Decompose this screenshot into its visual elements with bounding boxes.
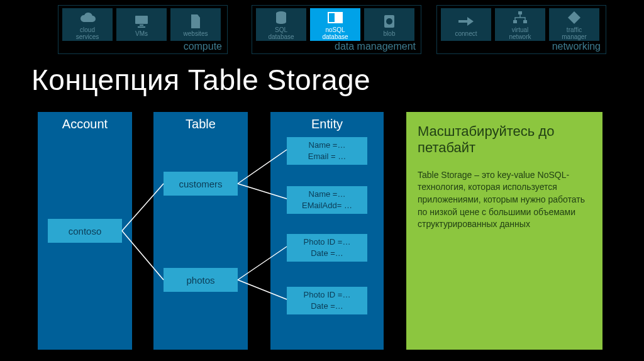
top-nav: cloud services VMs websites compute SQL … — [0, 5, 644, 55]
group-label-networking: networking — [552, 41, 601, 52]
node-account: contoso — [48, 219, 122, 243]
entity-box-3: Photo ID =… Date =… — [287, 234, 367, 262]
svg-rect-9 — [513, 20, 517, 23]
entity-box-4: Photo ID =… Date =… — [287, 287, 367, 314]
group-label-compute: compute — [184, 41, 222, 52]
column-header-account: Account — [38, 112, 132, 140]
entity-line: Photo ID =… — [287, 236, 367, 248]
svg-rect-5 — [329, 13, 335, 22]
page-title: Концепция Table Storage — [31, 63, 370, 97]
tile-label: connect — [455, 30, 477, 37]
monitor-icon — [135, 14, 148, 29]
nav-group-compute: cloud services VMs websites compute — [58, 5, 228, 54]
disk-icon — [383, 14, 396, 29]
info-panel: Масштабируйтесь до петабайт Table Storag… — [406, 112, 602, 350]
table-icon — [328, 10, 343, 25]
tile-label: virtual network — [509, 26, 531, 40]
svg-rect-10 — [523, 20, 527, 23]
document-icon — [190, 14, 201, 29]
nav-group-data: SQL database noSQL database blob data ma… — [252, 5, 421, 54]
entity-line: Email = … — [287, 151, 367, 162]
column-entity: Entity Name =… Email = … Name =… EMailAd… — [270, 112, 384, 350]
cloud-icon — [79, 10, 96, 25]
tile-label: noSQL database — [322, 26, 348, 40]
tile-cloud-services[interactable]: cloud services — [62, 8, 113, 41]
tile-websites[interactable]: websites — [170, 8, 221, 41]
column-header-table: Table — [153, 112, 248, 140]
tile-label: websites — [184, 30, 208, 37]
node-table-photos: photos — [164, 268, 238, 292]
entity-box-1: Name =… Email = … — [287, 137, 367, 165]
tile-label: blob — [384, 30, 396, 37]
group-label-data: data management — [335, 41, 416, 52]
db-icon — [275, 10, 287, 25]
nav-group-networking: connect virtual network traffic manager … — [436, 5, 606, 54]
entity-line: Photo ID =… — [287, 289, 367, 301]
column-table: Table customers photos — [153, 112, 248, 350]
network-icon — [513, 10, 528, 25]
diamond-icon — [567, 10, 581, 25]
svg-rect-2 — [138, 26, 145, 28]
tile-vms[interactable]: VMs — [116, 8, 167, 41]
info-title: Масштабируйтесь до петабайт — [406, 112, 602, 160]
entity-line: Date =… — [287, 248, 367, 259]
tile-traffic-manager[interactable]: traffic manager — [549, 8, 599, 41]
column-header-entity: Entity — [270, 112, 384, 140]
svg-rect-0 — [135, 16, 148, 24]
arrow-icon — [458, 14, 474, 29]
tile-virtual-network[interactable]: virtual network — [495, 8, 545, 41]
tile-label: traffic manager — [562, 26, 586, 40]
info-body: Table Storage – это key-value NoSQL-техн… — [406, 160, 602, 231]
entity-line: Name =… — [287, 140, 367, 151]
tile-label: VMs — [135, 30, 148, 37]
entity-line: Name =… — [287, 189, 367, 200]
column-account: Account contoso — [38, 112, 132, 350]
svg-rect-8 — [518, 11, 522, 14]
node-table-customers: customers — [164, 172, 238, 196]
tile-blob[interactable]: blob — [364, 8, 414, 41]
tile-connect[interactable]: connect — [441, 8, 491, 41]
tile-label: SQL database — [268, 26, 294, 40]
tile-label: cloud services — [76, 26, 99, 40]
svg-rect-1 — [140, 25, 143, 26]
entity-box-2: Name =… EMailAdd= … — [287, 186, 367, 214]
tile-sql-database[interactable]: SQL database — [256, 8, 306, 41]
entity-line: EMailAdd= … — [287, 200, 367, 211]
svg-point-7 — [386, 18, 392, 25]
tile-nosql-database[interactable]: noSQL database — [310, 8, 360, 41]
entity-line: Date =… — [287, 301, 367, 312]
